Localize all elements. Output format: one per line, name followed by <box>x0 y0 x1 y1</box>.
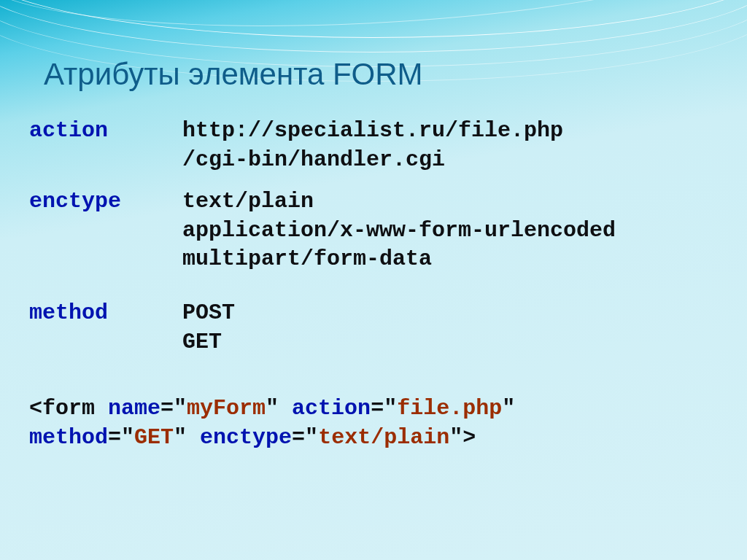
code-token: file.php <box>397 396 502 421</box>
attr-row-action: action http://specialist.ru/file.php /cg… <box>29 117 715 174</box>
code-example-line: method="GET" enctype="text/plain"> <box>29 424 715 453</box>
code-token: name <box>108 396 160 421</box>
code-token: =" <box>160 396 187 421</box>
slide: Атрибуты элемента FORM action http://spe… <box>0 0 747 560</box>
attr-values: text/plain application/x-www-form-urlenc… <box>182 187 616 274</box>
spacer <box>29 274 715 299</box>
code-token: " <box>174 425 200 450</box>
slide-body: action http://specialist.ru/file.php /cg… <box>29 117 715 452</box>
code-token: " <box>502 396 515 421</box>
code-token: =" <box>371 396 397 421</box>
attr-row-enctype: enctype text/plain application/x-www-for… <box>29 187 715 274</box>
spacer <box>29 174 715 187</box>
code-token: " <box>266 396 292 421</box>
code-token: GET <box>134 425 174 450</box>
attr-name: method <box>29 299 182 357</box>
code-token: method <box>29 425 108 450</box>
code-token: =" <box>292 425 318 450</box>
code-token: "> <box>449 425 476 450</box>
code-token: text/plain <box>318 425 449 450</box>
code-token: enctype <box>200 425 292 450</box>
attr-values: http://specialist.ru/file.php /cgi-bin/h… <box>182 117 563 174</box>
slide-title: Атрибуты элемента FORM <box>44 57 423 92</box>
code-token: <form <box>29 396 108 421</box>
attr-name: enctype <box>29 187 182 274</box>
attr-name: action <box>29 117 182 174</box>
code-token: myForm <box>187 396 266 421</box>
code-example-line: <form name="myForm" action="file.php" <box>29 394 715 424</box>
code-token: action <box>292 396 371 421</box>
attr-row-method: method POST GET <box>29 299 715 357</box>
spacer <box>29 357 715 394</box>
attr-values: POST GET <box>182 299 235 357</box>
code-token: =" <box>108 425 134 450</box>
